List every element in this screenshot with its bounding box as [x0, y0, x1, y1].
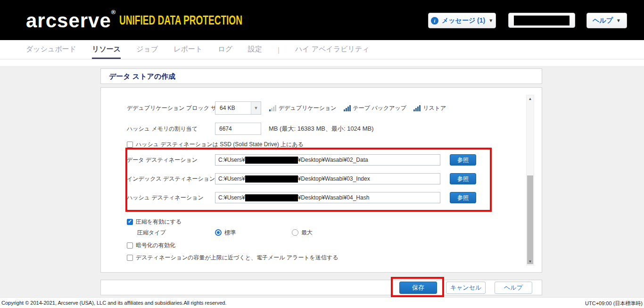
tab-dashboard[interactable]: ダッシュボード: [26, 40, 76, 59]
radio-maximum[interactable]: [292, 229, 298, 236]
email-alert-checkbox-label: デスティネーションの容量が上限に近づくと、電子メール アラートを送信する: [136, 254, 339, 262]
indicator-deduplication: デデュプリケーション: [269, 104, 337, 112]
indicator-restore: リストア: [413, 104, 446, 112]
hash-memory-input[interactable]: [215, 123, 261, 135]
path-redaction: [245, 157, 298, 164]
path-suffix: ¥Desktop¥Wasabi¥03_Index: [298, 175, 370, 182]
ssd-checkbox-label: ハッシュ デスティネーションは SSD (Solid State Drive) …: [136, 141, 304, 149]
arcserve-logo-text: arcserve: [26, 9, 111, 32]
encryption-checkbox-row: 暗号化の有効化: [127, 242, 175, 249]
tab-resources[interactable]: リソース: [92, 40, 121, 59]
index-destination-input[interactable]: C:¥Users¥¥Desktop¥Wasabi¥03_Index: [215, 173, 440, 184]
dedup-block-size-label: デデュプリケーション ブロック サイズ: [127, 104, 215, 112]
compression-type-row: 圧縮タイプ 標準 最大: [137, 229, 313, 236]
dropdown-arrow-icon[interactable]: ▼: [251, 102, 261, 114]
dialog-footer: 保存 キャンセル ヘルプ: [100, 280, 542, 295]
chevron-down-icon: ▼: [616, 18, 621, 23]
signal-bars-icon: [269, 105, 276, 111]
scrollbar-thumb[interactable]: [527, 175, 533, 264]
tab-separator: |: [278, 46, 280, 54]
compression-checkbox[interactable]: [127, 219, 133, 225]
hash-destination-row: ハッシュ デスティネーション C:¥Users¥¥Desktop¥Wasabi¥…: [127, 192, 476, 203]
browse-button[interactable]: 参照: [450, 173, 476, 184]
compression-checkbox-label: 圧縮を有効にする: [136, 218, 182, 226]
hash-destination-input[interactable]: C:¥Users¥¥Desktop¥Wasabi¥04_Hash: [215, 192, 440, 203]
compression-checkbox-row: 圧縮を有効にする: [127, 218, 182, 225]
product-name: UNIFIED DATA PROTECTION: [119, 13, 242, 28]
hash-memory-row: ハッシュ メモリの割り当て MB (最大: 16383 MB、最小: 1024 …: [127, 123, 374, 135]
signal-bars-icon: [344, 105, 351, 111]
path-suffix: ¥Desktop¥Wasabi¥04_Hash: [298, 194, 370, 201]
registered-mark: ®: [111, 8, 116, 16]
hash-memory-label: ハッシュ メモリの割り当て: [127, 125, 215, 133]
path-redaction: [245, 194, 298, 201]
tab-jobs[interactable]: ジョブ: [136, 40, 158, 59]
dialog-title: データ ストアの作成: [100, 68, 542, 84]
radio-standard[interactable]: [215, 229, 222, 236]
indicator-label: リストア: [423, 104, 446, 112]
email-alert-checkbox-row: デスティネーションの容量が上限に近づくと、電子メール アラートを送信する: [127, 254, 339, 261]
page-footer: Copyright © 2014-2021, Arcserve (USA), L…: [0, 297, 644, 308]
data-destination-input[interactable]: C:¥Users¥¥Desktop¥Wasabi¥02_Data: [215, 154, 440, 166]
chevron-down-icon: ▼: [488, 18, 493, 23]
path-suffix: ¥Desktop¥Wasabi¥02_Data: [298, 157, 368, 163]
tab-settings[interactable]: 設定: [248, 40, 262, 59]
email-alert-checkbox[interactable]: [127, 255, 133, 261]
data-destination-label: データ デスティネーション: [127, 156, 215, 164]
app-header: arcserve® UNIFIED DATA PROTECTION i メッセー…: [0, 0, 644, 40]
help-menu-label: ヘルプ: [593, 17, 613, 25]
indicator-label: テープ バックアップ: [353, 104, 407, 112]
main-navigation: ダッシュボード リソース ジョブ レポート ログ 設定 | ハイ アベイラビリテ…: [0, 40, 644, 66]
browse-button[interactable]: 参照: [450, 192, 476, 203]
timezone-text: UTC+09:00 (日本標準時): [585, 300, 643, 307]
panel-scrollbar[interactable]: ▲ ▼: [526, 95, 534, 266]
info-icon: i: [431, 17, 438, 25]
hash-destination-label: ハッシュ デスティネーション: [127, 194, 215, 202]
encryption-checkbox[interactable]: [127, 242, 133, 249]
dedup-block-size-select[interactable]: 64 KB ▼: [215, 101, 261, 115]
hash-memory-hint: MB (最大: 16383 MB、最小: 1024 MB): [269, 125, 374, 133]
ssd-checkbox-row: ハッシュ デスティネーションは SSD (Solid State Drive) …: [127, 141, 304, 148]
scroll-up-icon[interactable]: ▲: [527, 95, 534, 102]
indicator-tape-backup: テープ バックアップ: [344, 104, 407, 112]
path-redaction: [245, 175, 298, 183]
ssd-checkbox[interactable]: [127, 142, 133, 148]
dialog-body: デデュプリケーション ブロック サイズ 64 KB ▼ デデュプリケーション テ…: [100, 87, 542, 273]
nav-divider: [0, 59, 644, 59]
save-button[interactable]: 保存: [399, 282, 437, 294]
index-destination-row: インデックス デスティネーション C:¥Users¥¥Desktop¥Wasab…: [127, 173, 476, 184]
dedup-block-size-row: デデュプリケーション ブロック サイズ 64 KB ▼ デデュプリケーション テ…: [127, 101, 446, 115]
encryption-checkbox-label: 暗号化の有効化: [136, 241, 175, 250]
signal-bars-icon: [413, 105, 421, 111]
indicator-label: デデュプリケーション: [279, 104, 337, 112]
radio-standard-label: 標準: [224, 229, 292, 237]
radio-maximum-label: 最大: [301, 229, 313, 237]
nav-tabs: ダッシュボード リソース ジョブ レポート ログ 設定 | ハイ アベイラビリテ…: [26, 40, 370, 59]
copyright-text: Copyright © 2014-2021, Arcserve (USA), L…: [1, 300, 226, 306]
messages-button-label: メッセージ (1): [442, 17, 485, 25]
user-menu-button[interactable]: [508, 13, 575, 28]
cancel-button[interactable]: キャンセル: [446, 282, 486, 294]
tab-reports[interactable]: レポート: [173, 40, 202, 59]
help-menu-button[interactable]: ヘルプ ▼: [586, 13, 627, 28]
dedup-block-size-value: 64 KB: [215, 102, 251, 114]
compression-type-label: 圧縮タイプ: [137, 229, 215, 237]
browse-button[interactable]: 参照: [450, 154, 476, 166]
tab-log[interactable]: ログ: [218, 40, 232, 59]
tab-high-availability[interactable]: ハイ アベイラビリティ: [295, 40, 370, 59]
path-prefix: C:¥Users¥: [218, 157, 245, 163]
arcserve-udp-console: arcserve® UNIFIED DATA PROTECTION i メッセー…: [0, 0, 644, 308]
scroll-down-icon[interactable]: ▼: [527, 258, 534, 265]
impact-indicators: デデュプリケーション テープ バックアップ リストア: [269, 104, 446, 112]
help-button[interactable]: ヘルプ: [495, 282, 532, 294]
path-prefix: C:¥Users¥: [218, 194, 245, 201]
username-redaction: [514, 16, 570, 25]
messages-button[interactable]: i メッセージ (1) ▼: [428, 13, 496, 28]
index-destination-label: インデックス デスティネーション: [127, 175, 215, 183]
data-destination-row: データ デスティネーション C:¥Users¥¥Desktop¥Wasabi¥0…: [127, 154, 476, 166]
path-prefix: C:¥Users¥: [218, 175, 245, 182]
arcserve-logo: arcserve®: [26, 8, 116, 32]
